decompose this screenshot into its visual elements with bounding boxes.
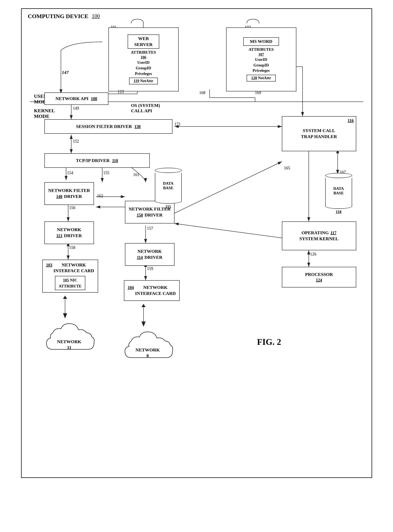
session-filter-box: SESSION FILTER DRIVER 130 [44, 119, 172, 134]
database-115: DATABASE 115 [155, 168, 182, 209]
ref-154: 154 [67, 170, 73, 175]
page: COMPUTING DEVICE 100 [9, 8, 384, 524]
ms-word-attrs: UserIDGroupIDPriveleges [253, 57, 270, 73]
db-115-bottom [155, 198, 182, 204]
nic-104-box: 104 NETWORKINTERFACE CARD [124, 280, 180, 301]
processor-ref: 124 [316, 277, 322, 283]
network-8-cloud: NETWORK 8 [121, 325, 175, 370]
ref-157: 157 [147, 226, 153, 231]
nic-103-inner: 105 NICATTRIBUTE [55, 276, 85, 290]
db-118-ref: 118 [336, 210, 341, 214]
network-11-cloud: NETWORK 11 [42, 316, 96, 362]
svg-line-26 [175, 162, 282, 213]
database-118: DATABASE 118 [325, 173, 352, 214]
web-server-netattr: 119 NetAttr [129, 77, 158, 84]
nic-103-box: 103 NETWORKINTERFACE CARD 105 NICATTRIBU… [42, 260, 98, 293]
db-115-body: DATABASE [155, 173, 182, 198]
ms-word-attrs-label: ATTRIBUTES [249, 47, 274, 52]
network-api-ref: 108 [91, 96, 97, 101]
svg-marker-35 [63, 313, 67, 319]
ref-169: 169 [255, 90, 261, 95]
outer-border: COMPUTING DEVICE 100 [21, 8, 372, 478]
tcp-ip-box: TCP/IP DRIVER 110 [44, 153, 150, 168]
web-server-attrs: UserIDGroupIDPriveleges [135, 60, 152, 76]
db-115-top [155, 168, 182, 173]
svg-text:NETWORK: NETWORK [135, 347, 160, 353]
network-filter-150-ref: 150 [137, 212, 143, 218]
svg-text:NETWORK: NETWORK [57, 339, 81, 344]
network-driver-114-box: NETWORK 114 DRIVER [125, 243, 175, 266]
os-call-api-label: OS (SYSTEM)CALL API [131, 103, 160, 113]
network-driver-113-ref: 113 [56, 233, 62, 238]
system-call-trap-ref: 116 [348, 118, 354, 123]
kernel-mode-label: KERNELMODE [34, 108, 55, 119]
ref-168: 168 [199, 90, 206, 95]
nic-103-inner-ref: 105 [63, 278, 69, 282]
nic-104-label: NETWORKINTERFACE CARD [135, 285, 176, 296]
svg-text:8: 8 [146, 353, 149, 358]
ms-word-ref: 107 [258, 52, 264, 57]
ref-159: 159 [147, 266, 153, 271]
ref-171: 171 [175, 122, 181, 126]
db-118-bottom [325, 204, 352, 209]
ref-165: 165 [284, 166, 290, 170]
network-driver-113-driver: DRIVER [64, 233, 82, 239]
processor-label: PROCESSOR [305, 271, 333, 278]
tcp-ip-ref: 110 [112, 158, 118, 163]
svg-marker-36 [63, 296, 67, 299]
ref-161: 161 [133, 172, 139, 177]
network-filter-140-ref: 140 [56, 194, 62, 199]
network-driver-113-box: NETWORK 113 DRIVER [44, 221, 94, 244]
ref-162: 162 [97, 193, 103, 198]
tcp-ip-label: TCP/IP DRIVER [76, 158, 109, 164]
network-api-label: NETWORK API [56, 96, 88, 102]
session-filter-label: SESSION FILTER DRIVER [76, 124, 132, 130]
ms-word-title: MS WORD [243, 37, 279, 46]
web-server-box: WEBSERVER ATTRIBUTES 106 UserIDGroupIDPr… [108, 27, 179, 92]
ms-word-netattr: 120 NetAttr [247, 75, 276, 82]
nic-103-ref: 103 [46, 262, 52, 268]
svg-marker-41 [142, 304, 146, 307]
network-driver-114-ref: 114 [137, 255, 143, 260]
ref-156: 156 [69, 205, 75, 210]
network-driver-113-label: NETWORK [57, 227, 81, 233]
ms-word-box: MS WORD ATTRIBUTES 107 UserIDGroupIDPriv… [226, 27, 296, 92]
system-call-trap-label: SYSTEM CALLTRAP HANDLER [301, 128, 337, 140]
system-call-trap-box: 116 SYSTEM CALLTRAP HANDLER [282, 116, 356, 151]
web-server-title: WEBSERVER [128, 34, 159, 49]
nic-104-ref: 104 [128, 285, 134, 290]
ref-147: 147 [62, 70, 69, 75]
web-server-ref: 106 [141, 55, 146, 60]
processor-box: PROCESSOR 124 [282, 267, 356, 287]
ref-149: 149 [73, 106, 79, 111]
ref-123: 123 [118, 89, 124, 94]
ref-155: 155 [103, 170, 109, 175]
network-filter-140-box: NETWORK FILTER 140 DRIVER [44, 182, 94, 205]
ref-158: 158 [69, 245, 75, 250]
nic-103-label: NETWORKINTERFACE CARD [54, 262, 94, 274]
network-driver-114-driver: DRIVER [145, 254, 162, 261]
ref-152: 152 [73, 139, 79, 144]
session-filter-ref: 130 [134, 124, 141, 129]
svg-line-27 [175, 223, 282, 238]
svg-marker-40 [142, 322, 146, 327]
db-118-body: DATABASE [325, 178, 352, 204]
os-kernel-label2: SYSTEM KERNEL [300, 236, 339, 242]
nic-103-inner-label: NICATTRIBUTE [59, 278, 82, 288]
os-kernel-label: OPERATING [301, 230, 329, 236]
os-kernel-box: OPERATING 117 SYSTEM KERNEL [282, 221, 356, 250]
network-api-box: NETWORK API 108 [44, 92, 108, 105]
diagram: USERMODE KERNELMODE OS (SYSTEM)CALL API … [30, 17, 363, 471]
ref-126: 126 [310, 252, 316, 256]
web-server-attrs-label: ATTRIBUTES [131, 50, 156, 55]
db-118-top [325, 173, 352, 178]
os-kernel-ref: 117 [330, 230, 336, 236]
fig-label: FIG. 2 [257, 337, 281, 347]
db-115-ref: 115 [165, 204, 171, 209]
network-filter-140-driver: DRIVER [64, 193, 82, 199]
network-filter-150-driver: DRIVER [145, 212, 162, 218]
svg-text:11: 11 [67, 345, 71, 350]
network-driver-114-label: NETWORK [138, 248, 162, 254]
network-filter-140-label: NETWORK FILTER [48, 188, 90, 193]
